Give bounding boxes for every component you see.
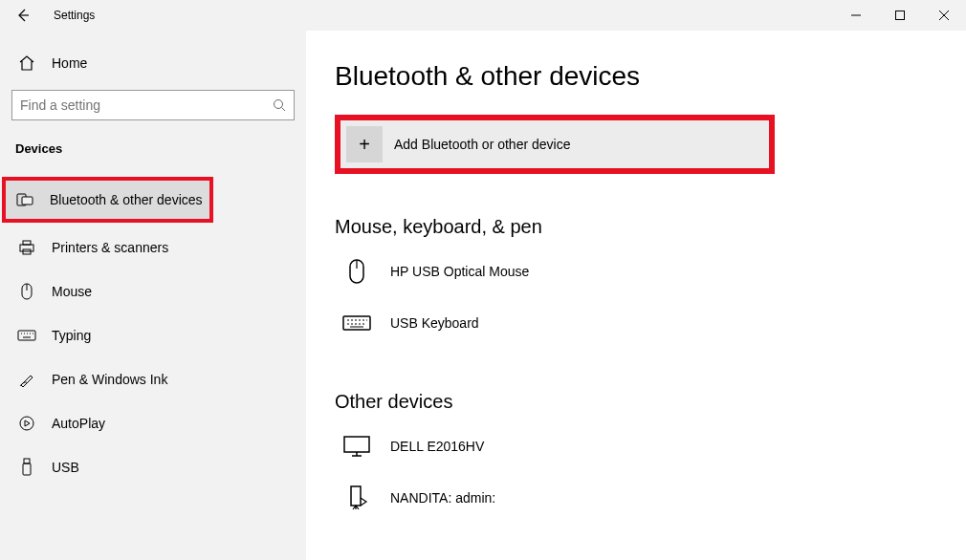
minimize-button[interactable] xyxy=(834,0,878,31)
device-label: DELL E2016HV xyxy=(390,439,484,454)
sidebar-item-label: AutoPlay xyxy=(52,416,105,431)
home-label: Home xyxy=(52,55,87,71)
sidebar-item-label: Bluetooth & other devices xyxy=(50,192,203,207)
sidebar-item-label: Printers & scanners xyxy=(52,240,168,255)
svg-rect-5 xyxy=(23,241,31,245)
mouse-icon xyxy=(17,282,36,301)
mouse-device-icon xyxy=(342,257,371,286)
highlight-box-sidebar: Bluetooth & other devices xyxy=(2,177,213,223)
search-box[interactable] xyxy=(11,90,295,120)
maximize-icon xyxy=(895,11,905,20)
group-heading-mouse-keyboard: Mouse, keyboard, & pen xyxy=(335,216,966,238)
autoplay-icon xyxy=(17,414,36,433)
monitor-icon xyxy=(342,432,371,461)
svg-rect-4 xyxy=(20,245,33,251)
usb-icon xyxy=(17,458,36,477)
device-row[interactable]: USB Keyboard xyxy=(335,297,966,349)
titlebar: Settings xyxy=(0,0,966,31)
search-icon xyxy=(273,98,286,112)
device-row[interactable]: HP USB Optical Mouse xyxy=(335,246,966,297)
svg-point-9 xyxy=(20,417,33,430)
sidebar-item-autoplay[interactable]: AutoPlay xyxy=(11,404,295,442)
page-title: Bluetooth & other devices xyxy=(335,61,966,92)
svg-rect-15 xyxy=(351,486,361,506)
pen-icon xyxy=(17,370,36,389)
printer-icon xyxy=(17,238,36,257)
plus-icon: + xyxy=(346,126,383,162)
search-input[interactable] xyxy=(20,97,273,113)
svg-rect-10 xyxy=(24,459,30,463)
sidebar-item-label: Mouse xyxy=(52,284,92,299)
media-device-icon xyxy=(342,484,371,512)
arrow-left-icon xyxy=(15,8,31,23)
svg-rect-3 xyxy=(22,197,33,205)
back-button[interactable] xyxy=(8,0,38,31)
add-device-button[interactable]: + Add Bluetooth or other device xyxy=(340,120,769,168)
device-label: HP USB Optical Mouse xyxy=(390,264,529,279)
sidebar-home[interactable]: Home xyxy=(11,44,295,82)
device-label: NANDITA: admin: xyxy=(390,490,495,506)
sidebar-item-usb[interactable]: USB xyxy=(11,448,295,486)
sidebar-item-bluetooth[interactable]: Bluetooth & other devices xyxy=(6,181,209,219)
sidebar-item-pen[interactable]: Pen & Windows Ink xyxy=(11,360,295,398)
sidebar-item-label: Pen & Windows Ink xyxy=(52,372,167,387)
sidebar-item-label: USB xyxy=(52,460,79,475)
device-label: USB Keyboard xyxy=(390,315,479,331)
sidebar-item-typing[interactable]: Typing xyxy=(11,316,295,355)
svg-rect-14 xyxy=(344,437,369,452)
device-row[interactable]: DELL E2016HV xyxy=(335,420,966,472)
svg-rect-0 xyxy=(896,11,905,20)
window-title: Settings xyxy=(54,9,95,22)
svg-rect-8 xyxy=(18,331,35,340)
minimize-icon xyxy=(851,11,861,20)
device-row[interactable]: NANDITA: admin: xyxy=(335,472,966,524)
window-controls xyxy=(834,0,966,31)
group-heading-other-devices: Other devices xyxy=(335,391,966,413)
sidebar-section-label: Devices xyxy=(11,141,295,156)
sidebar-item-label: Typing xyxy=(52,328,91,343)
sidebar: Home Devices Bluetooth & other devices P… xyxy=(0,31,306,560)
keyboard-icon xyxy=(17,326,36,345)
close-icon xyxy=(939,11,949,20)
home-icon xyxy=(17,54,36,73)
keyboard-device-icon xyxy=(342,309,371,337)
maximize-button[interactable] xyxy=(878,0,922,31)
svg-rect-11 xyxy=(23,463,31,475)
bluetooth-devices-icon xyxy=(15,190,34,209)
svg-rect-13 xyxy=(343,316,370,330)
sidebar-item-printers[interactable]: Printers & scanners xyxy=(11,228,295,267)
highlight-box-add-device: + Add Bluetooth or other device xyxy=(335,115,775,174)
add-device-label: Add Bluetooth or other device xyxy=(394,137,570,152)
content-area: Bluetooth & other devices + Add Bluetoot… xyxy=(306,31,966,560)
close-button[interactable] xyxy=(922,0,966,31)
svg-point-1 xyxy=(274,100,283,109)
sidebar-item-mouse[interactable]: Mouse xyxy=(11,272,295,311)
